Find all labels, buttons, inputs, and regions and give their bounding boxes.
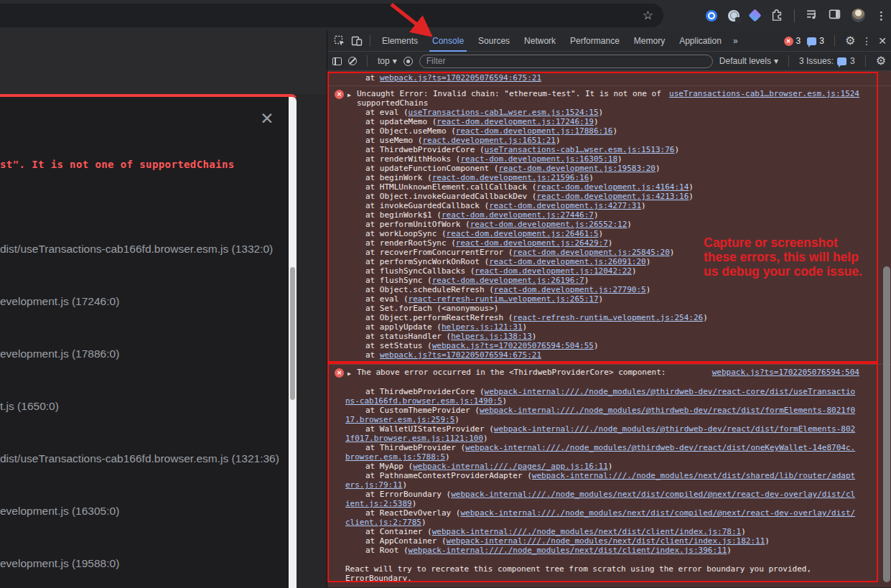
source-link[interactable]: react-dom.development.js:19583:20 — [498, 164, 656, 173]
source-link[interactable]: webpack-internal:///./node_modules/next/… — [345, 508, 855, 527]
overlay-close-icon[interactable]: ✕ — [257, 108, 277, 129]
source-link[interactable]: helpers.js:121:31 — [442, 322, 523, 332]
source-link[interactable]: react-refresh-runtim…velopment.js:254:26 — [513, 313, 703, 322]
extension-blue-circle-icon[interactable] — [706, 10, 717, 22]
source-link[interactable]: react-dom.development.js:26429:7 — [456, 238, 608, 248]
console-scrollbar-thumb[interactable] — [883, 266, 890, 582]
console-filter-input[interactable] — [419, 55, 713, 68]
devtools-panel: Elements Console Sources Network Perform… — [327, 31, 891, 588]
stack-frame: at Object.invokeGuardedCallbackDev (reac… — [345, 192, 859, 201]
overlay-frame: evelopment.js (17246:0) — [0, 295, 285, 347]
toolbar2-divider — [865, 55, 866, 67]
stack-trace: at eval (useTransactions-cab1…wser.esm.j… — [345, 108, 859, 360]
log-levels-selector[interactable]: Default levels ▾ — [719, 56, 778, 66]
source-link[interactable]: react-dom.development.js:27446:7 — [442, 210, 594, 220]
device-toolbar-icon[interactable] — [349, 33, 365, 49]
tab-memory[interactable]: Memory — [628, 31, 671, 52]
disclosure-triangle-icon[interactable]: ▶ — [347, 89, 357, 100]
source-link[interactable]: webpack.js?ts=1702205076594:675:21 — [380, 350, 541, 360]
source-link[interactable]: webpack-internal:///./node_modules/next/… — [345, 490, 855, 508]
tab-console[interactable]: Console — [426, 31, 470, 52]
tab-sources[interactable]: Sources — [472, 31, 516, 52]
source-link[interactable]: react-dom.development.js:26196:7 — [432, 276, 584, 285]
tab-network[interactable]: Network — [518, 31, 562, 52]
toolbar2-divider — [367, 55, 368, 67]
source-link[interactable]: react-dom.development.js:17886:16 — [456, 126, 613, 136]
source-link[interactable]: react-dom.development.js:16305:18 — [460, 154, 617, 164]
source-link[interactable]: helpers.js:138:13 — [451, 332, 532, 341]
source-link[interactable]: react-dom.development.js:4164:14 — [536, 182, 689, 192]
console-settings-gear-icon[interactable]: ⚙ — [876, 55, 886, 67]
source-link[interactable]: react-dom.development.js:4213:16 — [536, 192, 689, 201]
source-location-link[interactable]: useTransactions-cab1…browser.esm.js:1524 — [669, 89, 859, 98]
message-count-badge[interactable]: 3 — [807, 36, 824, 46]
address-bar[interactable]: ☆ — [0, 4, 663, 27]
devtools-close-icon[interactable]: ✕ — [878, 36, 887, 46]
stack-frame: at eval (react-refresh-runtim…velopment.… — [345, 294, 859, 304]
stack-frame: at flushSync (react-dom.development.js:2… — [345, 276, 859, 285]
source-link[interactable]: useTransactions-cab1…wser.esm.js:1513:76 — [485, 145, 675, 154]
disclosure-triangle-icon[interactable]: ▶ — [347, 368, 357, 378]
webpage-area: st". It is not one of supportedChains di… — [0, 31, 327, 588]
overlay-scrollbar[interactable] — [289, 97, 297, 588]
source-link[interactable]: react-refresh-runtim…velopment.js:265:17 — [409, 294, 599, 304]
context-selector[interactable]: top ▾ — [378, 56, 397, 66]
message-count: 3 — [819, 36, 824, 46]
source-link[interactable]: react.development.js:1651:21 — [422, 136, 555, 145]
devtools-settings-gear-icon[interactable]: ⚙ — [845, 35, 855, 47]
error-count-badge[interactable]: ✕ 3 — [784, 36, 801, 46]
source-location-link[interactable]: webpack.js?ts=1702205076594:504 — [712, 368, 859, 377]
console-sidebar-toggle-icon[interactable] — [332, 57, 342, 65]
live-expression-eye-icon[interactable] — [403, 57, 413, 66]
stack-frame: at Object.performReactRefresh (react-ref… — [345, 313, 859, 322]
overlay-scrollbar-thumb[interactable] — [290, 267, 295, 400]
source-link[interactable]: webpack-internal:///./node_modules/@thir… — [345, 424, 855, 443]
inspect-element-icon[interactable] — [332, 33, 347, 49]
more-tabs-chevron-icon[interactable]: » — [729, 36, 742, 46]
source-link[interactable]: useTransactions-cab1…wser.esm.js:1524:15 — [409, 108, 599, 117]
source-link[interactable]: webpack.js?ts=1702205076594:504:55 — [432, 341, 594, 350]
extensions-puzzle-icon[interactable] — [770, 8, 783, 24]
extension-diamond-icon[interactable] — [748, 9, 761, 22]
tab-label: Console — [432, 36, 464, 46]
source-link[interactable]: react-dom.development.js:21596:16 — [432, 173, 589, 182]
source-link[interactable]: webpack.js?ts=1702205076594:675:21 — [380, 73, 541, 83]
source-link[interactable]: webpack-internal:///./node_modules/@thir… — [345, 443, 855, 462]
console-error-row-1: ✕ ▶ Uncaught Error: Invalid chain: "ethe… — [327, 86, 891, 364]
source-link[interactable]: webpack-internal:///./pages/_app.js:16:1… — [413, 462, 608, 471]
profile-avatar[interactable] — [852, 9, 865, 22]
overlay-stack-frames: dist/useTransactions-cab166fd.browser.es… — [0, 243, 285, 588]
extension-clock-icon[interactable] — [728, 10, 740, 22]
stack-frame: at updateMemo (react-dom.development.js:… — [345, 117, 859, 126]
context-label: top — [378, 56, 390, 66]
side-panel-icon[interactable] — [829, 8, 841, 23]
source-link[interactable]: react-dom.development.js:27790:5 — [494, 285, 646, 294]
stack-frame: at ThirdwebProviderCore (webpack-interna… — [345, 387, 859, 406]
source-link[interactable]: webpack-internal:///./node_modules/next/… — [345, 471, 855, 490]
error-message: The above error occurred in the <Thirdwe… — [357, 368, 712, 377]
stack-frame: at Object.scheduleRefresh (react-dom.dev… — [345, 285, 859, 294]
bookmark-star-icon[interactable]: ☆ — [643, 9, 653, 22]
source-link[interactable]: webpack-internal:///./node_modules/@thir… — [345, 406, 855, 424]
source-link[interactable]: webpack-internal:///./node_modules/next/… — [409, 546, 727, 555]
source-link[interactable]: react-dom.development.js:26552:12 — [470, 220, 628, 229]
source-link[interactable]: react-dom.development.js:17246:19 — [437, 117, 594, 126]
clear-console-icon[interactable] — [348, 57, 357, 65]
source-link[interactable]: webpack-internal:///./node_modules/@thir… — [345, 387, 855, 406]
source-link[interactable]: react-dom.development.js:26461:5 — [447, 229, 599, 238]
console-error-row-2: ✕ ▶ The above error occurred in the <Thi… — [327, 364, 891, 587]
source-link[interactable]: react-dom.development.js:25845:20 — [513, 248, 670, 257]
tab-label: Elements — [382, 36, 418, 46]
source-link[interactable]: react-dom.development.js:4277:31 — [489, 201, 641, 210]
source-link[interactable]: react-dom.development.js:12042:22 — [475, 266, 632, 276]
devtools-menu-kebab-icon[interactable]: ⋮ — [862, 36, 872, 46]
source-link[interactable]: webpack-internal:///./node_modules/next/… — [447, 536, 765, 546]
tab-performance[interactable]: Performance — [564, 31, 626, 52]
browser-menu-kebab-icon[interactable]: ⋮ — [876, 10, 887, 21]
tab-application[interactable]: Application — [673, 31, 728, 52]
source-link[interactable]: webpack-internal:///./node_modules/next/… — [432, 527, 741, 536]
tab-elements[interactable]: Elements — [375, 31, 424, 52]
issues-counter[interactable]: 3 Issues: 3 — [799, 56, 855, 66]
source-link[interactable]: react-dom.development.js:26091:20 — [489, 257, 646, 266]
media-playlist-icon[interactable] — [806, 8, 818, 23]
